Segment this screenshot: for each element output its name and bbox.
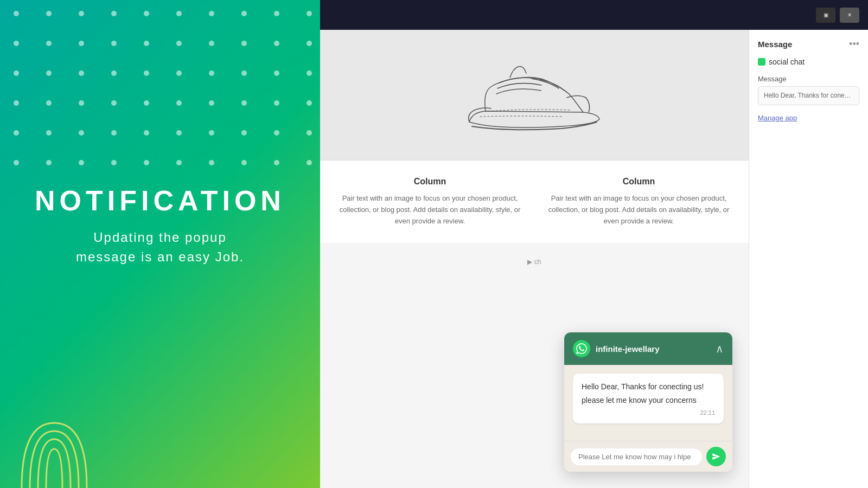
message-sidebar: Message ••• social chat Message Hello De… xyxy=(749,30,868,488)
main-content: Column Pair text with an image to focus … xyxy=(320,30,868,488)
whatsapp-body: Hello Dear, Thanks for conecting us! ple… xyxy=(564,365,732,441)
arch-decoration xyxy=(11,369,98,488)
whatsapp-header-left: infinite-jewellary xyxy=(573,340,660,357)
left-panel: NOTIFICATION Updating the popupmessage i… xyxy=(0,0,320,488)
right-panel: ▣ ✕ xyxy=(320,0,868,488)
whatsapp-business-name: infinite-jewellary xyxy=(596,344,660,354)
whatsapp-icon xyxy=(573,340,590,357)
product-image-area xyxy=(320,30,749,160)
dot-pattern xyxy=(0,0,320,168)
whatsapp-message-bubble: Hello Dear, Thanks for conecting us! ple… xyxy=(573,374,724,423)
column-section: Column Pair text with an image to focus … xyxy=(320,160,749,243)
social-chat-badge: social chat xyxy=(758,57,859,66)
column-1-title: Column xyxy=(331,177,529,187)
social-chat-indicator xyxy=(758,58,765,66)
whatsapp-chat-input[interactable] xyxy=(571,448,702,465)
message-sidebar-title: Message xyxy=(758,40,792,49)
column-1-text: Pair text with an image to focus on your… xyxy=(331,193,529,227)
whatsapp-message-time: 22:11 xyxy=(582,409,715,416)
column-2-text: Pair text with an image to focus on your… xyxy=(540,193,738,227)
message-sidebar-options[interactable]: ••• xyxy=(849,38,859,50)
message-preview: Hello Dear, Thanks for conecting us! ple xyxy=(758,86,859,105)
whatsapp-input-area xyxy=(564,441,732,472)
social-chat-label: social chat xyxy=(769,57,805,66)
manage-app-link[interactable]: Manage app xyxy=(758,114,797,122)
whatsapp-send-button[interactable] xyxy=(706,447,726,466)
top-bar-btn-1[interactable]: ▣ xyxy=(816,8,835,23)
message-field-label: Message xyxy=(758,75,859,83)
whatsapp-widget[interactable]: infinite-jewellary ∧ Hello Dear, Thanks … xyxy=(564,332,732,472)
notification-subtitle: Updating the popupmessage is an easy Job… xyxy=(0,228,320,267)
column-2: Column Pair text with an image to focus … xyxy=(540,177,738,227)
bottom-filler: ▶ ch xyxy=(320,243,749,281)
store-preview: Column Pair text with an image to focus … xyxy=(320,30,749,488)
whatsapp-message-line2: please let me know your concerns xyxy=(582,395,715,406)
whatsapp-message-line1: Hello Dear, Thanks for conecting us! xyxy=(582,381,715,393)
shoe-sketch-svg xyxy=(453,46,616,144)
column-2-title: Column xyxy=(540,177,738,187)
top-bar: ▣ ✕ xyxy=(320,0,868,30)
notification-title: NOTIFICATION xyxy=(0,184,320,217)
message-sidebar-header: Message ••• xyxy=(758,38,859,50)
column-1: Column Pair text with an image to focus … xyxy=(331,177,529,227)
whatsapp-chevron-icon[interactable]: ∧ xyxy=(716,342,724,355)
whatsapp-header: infinite-jewellary ∧ xyxy=(564,332,732,365)
top-bar-btn-2[interactable]: ✕ xyxy=(840,8,859,23)
notification-text-block: NOTIFICATION Updating the popupmessage i… xyxy=(0,184,320,267)
